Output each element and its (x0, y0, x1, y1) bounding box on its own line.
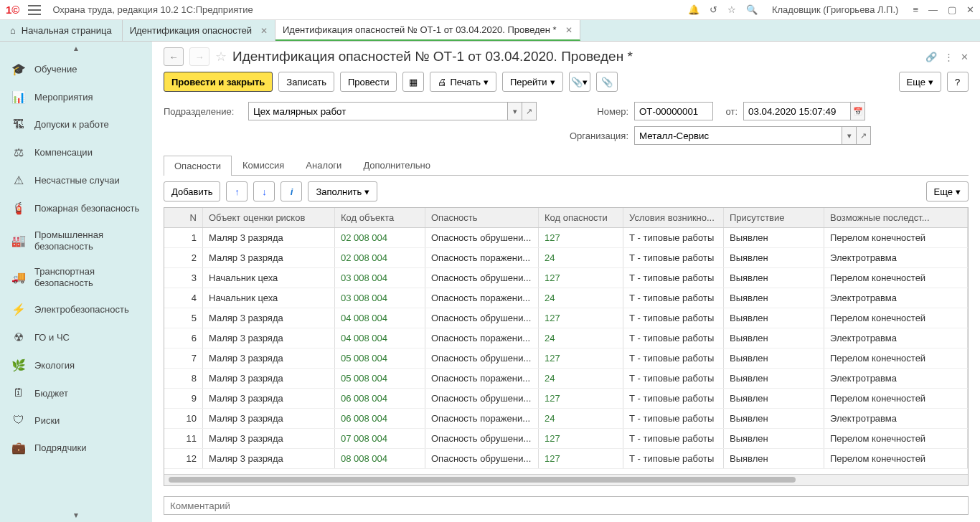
col-consequences[interactable]: Возможные последст... (824, 208, 968, 227)
cell-code[interactable]: 05 008 004 (335, 369, 425, 388)
cell-code[interactable]: 06 008 004 (335, 409, 425, 428)
sidebar-item[interactable]: 🏗Допуски к работе (0, 111, 152, 138)
sidebar-item[interactable]: ☢ГО и ЧС (0, 323, 152, 351)
goto-button[interactable]: Перейти ▾ (502, 72, 563, 92)
col-object[interactable]: Объект оценки рисков (203, 208, 335, 227)
cell-hazard-code[interactable]: 24 (539, 328, 623, 348)
table-row[interactable]: 10Маляр 3 разряда06 008 004Опасность пор… (164, 409, 968, 429)
table-row[interactable]: 3Начальник цеха03 008 004Опасность обруш… (164, 268, 968, 288)
col-hazard-code[interactable]: Код опасности (539, 208, 623, 227)
tab[interactable]: Идентификация опасностей № ОТ-1 от 03.04… (275, 20, 580, 41)
sidebar-item[interactable]: 🏭Промышленная безопасность (0, 222, 152, 259)
save-button[interactable]: Записать (278, 72, 334, 92)
attach-button[interactable]: 📎▾ (569, 72, 590, 92)
col-conditions[interactable]: Условия возникно... (623, 208, 724, 227)
sidebar-scroll-up[interactable]: ▲ (0, 42, 152, 55)
cell-hazard-code[interactable]: 127 (539, 449, 623, 468)
cell-code[interactable]: 07 008 004 (335, 429, 425, 448)
sidebar-scroll-down[interactable]: ▼ (0, 508, 152, 522)
user-label[interactable]: Кладовщик (Григорьева Л.П.) (772, 4, 898, 15)
more-icon[interactable]: ⋮ (944, 52, 953, 62)
add-button[interactable]: Добавить (164, 181, 220, 201)
col-code[interactable]: Код объекта (335, 208, 425, 227)
sidebar-item[interactable]: ⚠Несчастные случаи (0, 166, 152, 194)
table-row[interactable]: 7Маляр 3 разряда05 008 004Опасность обру… (164, 348, 968, 369)
sidebar-item[interactable]: ⚖Компенсации (0, 138, 152, 166)
cell-code[interactable]: 04 008 004 (335, 328, 425, 348)
sidebar-item[interactable]: 📊Мероприятия (0, 83, 152, 111)
cell-hazard-code[interactable]: 24 (539, 288, 623, 308)
subdivision-input[interactable] (248, 102, 508, 120)
cell-code[interactable]: 02 008 004 (335, 248, 425, 267)
horizontal-scrollbar[interactable] (164, 474, 968, 485)
comment-input[interactable] (164, 496, 969, 515)
favorite-icon[interactable]: ☆ (215, 49, 227, 65)
calendar-button[interactable]: ▦ (402, 72, 424, 92)
link-icon[interactable]: 🔗 (925, 52, 937, 62)
col-hazard[interactable]: Опасность (425, 208, 539, 227)
info-button[interactable]: i (281, 181, 302, 201)
col-n[interactable]: N (164, 208, 203, 227)
cell-hazard-code[interactable]: 127 (539, 308, 623, 328)
sidebar-item[interactable]: 💼Подрядчики (0, 434, 152, 462)
cell-code[interactable]: 08 008 004 (335, 449, 425, 468)
close-icon[interactable]: ✕ (961, 52, 969, 62)
bell-icon[interactable]: 🔔 (688, 4, 699, 15)
tab-home[interactable]: ⌂ Начальная страница (0, 20, 123, 41)
dropdown-icon[interactable]: ▾ (842, 126, 857, 145)
sidebar-item[interactable]: ⚡Электробезопасность (0, 295, 152, 323)
close-icon[interactable]: ✕ (565, 25, 573, 35)
print-button[interactable]: 🖨 Печать ▾ (430, 72, 496, 92)
tab[interactable]: Идентификация опасностей✕ (123, 20, 275, 41)
inner-tab[interactable]: Аналоги (295, 155, 352, 175)
cell-hazard-code[interactable]: 127 (539, 389, 623, 408)
dropdown-icon[interactable]: ▾ (508, 102, 522, 120)
cell-code[interactable]: 05 008 004 (335, 348, 425, 368)
post-and-close-button[interactable]: Провести и закрыть (164, 72, 273, 92)
grid-more-button[interactable]: Еще ▾ (926, 181, 969, 201)
sidebar-item[interactable]: 🚚Транспортная безопасность (0, 259, 152, 295)
clip-button[interactable]: 📎 (596, 72, 618, 92)
cell-code[interactable]: 03 008 004 (335, 268, 425, 288)
menu-icon[interactable] (28, 5, 41, 15)
sidebar-item[interactable]: 🧯Пожарная безопасность (0, 194, 152, 222)
nav-forward[interactable]: → (189, 47, 209, 66)
inner-tab[interactable]: Дополнительно (352, 155, 441, 175)
inner-tab[interactable]: Комиссия (232, 155, 295, 175)
number-input[interactable] (634, 102, 713, 120)
cell-code[interactable]: 02 008 004 (335, 228, 425, 247)
post-button[interactable]: Провести (340, 72, 397, 92)
table-row[interactable]: 12Маляр 3 разряда08 008 004Опасность обр… (164, 449, 968, 469)
table-row[interactable]: 6Маляр 3 разряда04 008 004Опасность пора… (164, 328, 968, 348)
close-icon[interactable]: ✕ (260, 26, 268, 36)
star-icon[interactable]: ☆ (727, 4, 736, 15)
col-presence[interactable]: Присутствие (724, 208, 824, 227)
table-row[interactable]: 8Маляр 3 разряда05 008 004Опасность пора… (164, 369, 968, 389)
help-button[interactable]: ? (947, 72, 969, 92)
calendar-icon[interactable]: 📅 (851, 102, 865, 120)
cell-code[interactable]: 03 008 004 (335, 288, 425, 308)
cell-hazard-code[interactable]: 127 (539, 429, 623, 448)
open-icon[interactable]: ↗ (522, 102, 537, 120)
move-down-button[interactable]: ↓ (253, 181, 275, 201)
more-button[interactable]: Еще ▾ (899, 72, 941, 92)
sidebar-item[interactable]: 🗓Бюджет (0, 379, 152, 407)
move-up-button[interactable]: ↑ (226, 181, 248, 201)
cell-hazard-code[interactable]: 24 (539, 248, 623, 267)
inner-tab[interactable]: Опасности (164, 156, 232, 176)
sidebar-item[interactable]: 🛡Риски (0, 407, 152, 434)
table-row[interactable]: 11Маляр 3 разряда07 008 004Опасность обр… (164, 429, 968, 449)
nav-back[interactable]: ← (164, 47, 184, 66)
org-input[interactable] (634, 126, 842, 145)
history-icon[interactable]: ↺ (710, 4, 717, 15)
fill-button[interactable]: Заполнить ▾ (308, 181, 377, 201)
maximize-icon[interactable]: ▢ (948, 4, 956, 15)
table-row[interactable]: 1Маляр 3 разряда02 008 004Опасность обру… (164, 228, 968, 248)
cell-hazard-code[interactable]: 127 (539, 348, 623, 368)
cell-code[interactable]: 06 008 004 (335, 389, 425, 408)
date-input[interactable] (743, 102, 851, 120)
open-icon[interactable]: ↗ (857, 126, 871, 145)
table-row[interactable]: 4Начальник цеха03 008 004Опасность пораж… (164, 288, 968, 308)
minimize-icon[interactable]: — (928, 4, 938, 15)
sidebar-item[interactable]: 🎓Обучение (0, 55, 152, 83)
